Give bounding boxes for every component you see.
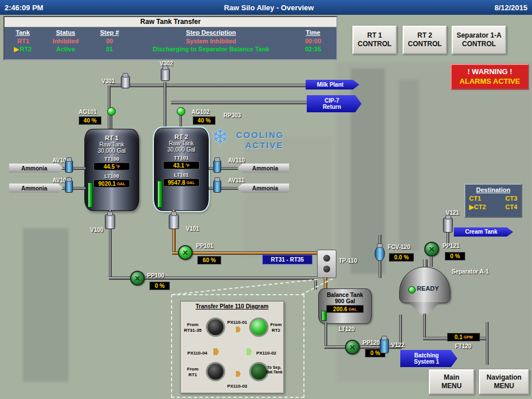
plate-diagram-title: Transfer Plate 110 Diagram	[181, 303, 283, 310]
clock: 2:46:09 PM	[5, 3, 43, 12]
transfer-plate-diagram: Transfer Plate 110 Diagram FromRT31-35 P…	[180, 301, 284, 393]
pump-pp101-label: PP101	[196, 243, 213, 249]
destination-ct3: CT3	[505, 195, 517, 202]
cooling-status-line2: ACTIVE	[245, 140, 283, 150]
rt2-level-bar	[157, 181, 163, 207]
pump-pp101[interactable]	[178, 245, 193, 260]
table-row: RT1 Inhibited 00 System Inhibited 00:00	[5, 37, 336, 45]
cell-step: 01	[91, 46, 128, 52]
valve-av111-label: AV111	[228, 177, 245, 184]
rt1-control-button[interactable]: RT 1 CONTROL	[352, 26, 397, 54]
cell-step: 00	[91, 38, 128, 44]
destination-ct2: CT2	[474, 203, 486, 210]
valve-v101[interactable]	[169, 214, 179, 229]
px110-01-label: PX110-01	[225, 320, 249, 325]
ammonia-supply-arrow: Ammonia	[237, 184, 289, 193]
valve-v122-label: V122	[391, 342, 404, 348]
col-description: Step Description	[128, 29, 294, 36]
navigation-menu-button[interactable]: Navigation MENU	[479, 369, 529, 394]
port-px110-01	[206, 317, 225, 337]
alarm-warning-banner[interactable]: ! WARNING ! ALARMS ACTIVE	[450, 64, 529, 90]
plate-port-icon	[323, 266, 330, 272]
balance-tank[interactable]: Balance Tank 900 Gal 200.6GAL	[318, 288, 372, 324]
row-pointer: ▶	[14, 46, 18, 52]
port-px110-02-top	[249, 317, 269, 337]
snowflake-icon: ❄	[211, 124, 229, 149]
agitator-ag101-value: 40 %	[79, 116, 101, 125]
valve-v121[interactable]	[443, 218, 453, 233]
pipe	[164, 82, 166, 129]
px110-04-label: PX110-04	[185, 351, 209, 356]
rt2-control-button[interactable]: RT 2 CONTROL	[403, 26, 447, 54]
transfer-table-header: Tank Status Step # Step Description Time	[5, 27, 336, 37]
cell-time: 00:00	[294, 38, 332, 44]
valve-av101[interactable]	[65, 180, 73, 193]
valve-v122[interactable]	[380, 339, 389, 353]
table-row: ▶RT2 Active 01 Discharging to Separator …	[5, 45, 336, 53]
ammonia-supply-arrow: Ammonia	[9, 184, 63, 193]
px110-02-label: PX110-02	[254, 351, 279, 356]
cell-status: Active	[40, 46, 91, 52]
from-rt31-label: FromRT31-35	[181, 322, 205, 333]
col-status: Status	[40, 29, 91, 36]
pipe	[324, 323, 327, 347]
ammonia-supply-arrow: Ammonia	[9, 164, 63, 173]
valve-v302[interactable]	[161, 68, 170, 81]
fcv120-value: 0.0 %	[389, 253, 414, 262]
pump-pp100-label: PP100	[147, 272, 164, 279]
rp303-label: RP303	[224, 112, 241, 119]
cell-description: Discharging to Separator Balance Tank	[128, 46, 294, 52]
pipe	[423, 259, 428, 267]
fcv120-label: FCV-120	[388, 244, 410, 250]
valve-av110[interactable]	[213, 160, 221, 173]
valve-fcv120[interactable]	[375, 246, 385, 261]
destination-panel: Destination CT1 CT3 ▶CT2 CT4	[464, 184, 522, 218]
hex-port-icon	[234, 371, 241, 377]
transfer-plate-tp110[interactable]	[317, 250, 336, 278]
port-px110-03-left	[206, 362, 225, 381]
plate-port-icon	[323, 255, 330, 262]
to-separator-label: To Sep.Bal.Tank	[265, 365, 283, 375]
pump-pp121[interactable]	[424, 242, 439, 256]
valve-av100[interactable]	[65, 160, 73, 173]
valve-v100-label: V100	[90, 227, 103, 233]
from-rt1-label: FromRT1	[181, 367, 205, 377]
cell-tank: RT1	[18, 38, 30, 44]
separator-ready-status: READY	[417, 285, 439, 292]
pump-pp120[interactable]	[345, 340, 360, 355]
tank-rt1[interactable]: RT 1 Raw Tank 30,000 Gal TT100 44.5°F LT…	[84, 129, 139, 211]
separator-label: Separator A-1	[452, 268, 489, 275]
ft120-value: 0.1GPM	[447, 333, 480, 341]
cip7-return-route-arrow: CIP-7 Return	[307, 95, 362, 112]
pump-pp100-value: 0 %	[149, 282, 170, 290]
background-photo-shape	[23, 228, 68, 382]
lt120-label: LT120	[339, 326, 355, 332]
valve-v101-label: V101	[186, 226, 199, 232]
valve-v100[interactable]	[105, 214, 115, 229]
from-rt2-label: FromRT2	[269, 322, 283, 333]
cell-status: Inhibited	[40, 38, 91, 44]
cream-tank-route-arrow: Cream Tank	[454, 227, 513, 237]
pipe	[430, 256, 433, 267]
batching-system-route-arrow: Batching System 1	[400, 350, 457, 367]
agitator-shaft	[180, 114, 182, 129]
agitator-ag101-run-led	[107, 107, 116, 116]
agitator-ag102-value: 40 %	[193, 116, 216, 125]
separator-control-button[interactable]: Separator 1-A CONTROL	[452, 26, 506, 54]
tt100-value: 44.5°F	[94, 162, 130, 170]
lt100-value: 9020.1GAL	[94, 180, 130, 188]
background-photo-shape	[245, 137, 331, 256]
valve-v301-label: V301	[101, 78, 115, 84]
main-menu-button[interactable]: Main MENU	[429, 369, 474, 394]
valve-av111[interactable]	[213, 180, 221, 193]
pump-pp100[interactable]	[130, 271, 145, 286]
valve-v301[interactable]	[121, 76, 130, 88]
tank-rt2[interactable]: RT 2 Raw Tank 30,000 Gal TT101 43.1°F LT…	[154, 128, 209, 211]
pipe	[171, 101, 308, 104]
rt1-level-bar	[88, 182, 93, 207]
milk-plant-route-arrow: Milk Plant	[306, 80, 359, 89]
agitator-shaft	[110, 114, 112, 130]
tt101-label: TT101	[174, 155, 189, 161]
page-title: Raw Silo Alley - Overview	[43, 3, 494, 12]
callout-line	[172, 279, 318, 295]
